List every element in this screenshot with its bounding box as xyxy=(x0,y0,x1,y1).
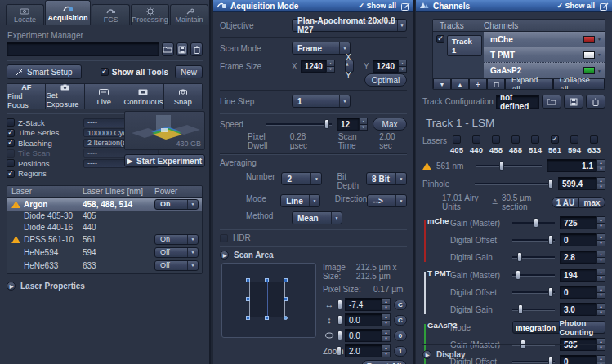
hdr-checkbox[interactable] xyxy=(220,234,228,242)
speed-max-button[interactable]: Max xyxy=(373,118,407,131)
spinner-arrows[interactable] xyxy=(382,344,391,357)
bleaching-checkbox[interactable] xyxy=(7,139,15,147)
frame-x-spinner[interactable]: 1240 xyxy=(301,60,335,73)
snap-button[interactable]: Snap xyxy=(164,84,202,109)
mche-offset-slider[interactable] xyxy=(512,234,555,246)
find-focus-button[interactable]: AF Find Focus xyxy=(7,84,46,109)
add-track-button[interactable]: + xyxy=(469,79,487,89)
tab-processing[interactable]: Processing xyxy=(131,4,169,25)
mche-offset-spinner[interactable]: 0 xyxy=(560,233,605,246)
tab-maintain[interactable]: Maintain xyxy=(170,4,208,25)
speed-spinner[interactable]: 12 xyxy=(337,118,368,131)
v-center-button[interactable]: C xyxy=(394,315,407,326)
resize-handle[interactable] xyxy=(246,297,250,301)
scan-mode-dropdown[interactable]: Frame xyxy=(292,42,351,55)
resize-handle[interactable] xyxy=(246,278,250,282)
mche-gain-slider[interactable] xyxy=(512,217,555,229)
hene633-power-dropdown[interactable]: Off xyxy=(154,260,199,271)
pinhole-spinner[interactable]: 599.4 xyxy=(558,177,605,190)
laser-488-checkbox[interactable] xyxy=(511,135,520,144)
laser-row-diode405[interactable]: Diode 405-30 405 xyxy=(7,211,202,222)
display-expander[interactable]: Display xyxy=(422,344,605,359)
laser-594-checkbox[interactable] xyxy=(570,135,578,144)
tpmt-offset-slider[interactable] xyxy=(512,286,555,298)
zoom-spinner[interactable]: 2.0 xyxy=(345,344,391,357)
laser-power-spinner[interactable]: 1.1 xyxy=(547,159,605,172)
rotation-zero-button[interactable]: 0 xyxy=(394,331,407,341)
laser-row-hene594[interactable]: HeNe594 594 Off xyxy=(7,246,202,259)
integration-mode-button[interactable]: Integration xyxy=(512,321,560,334)
spinner-arrows[interactable] xyxy=(596,269,605,282)
rotate-handle[interactable] xyxy=(284,316,288,320)
rotation-spinner[interactable]: 0.0 xyxy=(345,329,391,342)
frame-y-spinner[interactable]: 1240 xyxy=(373,60,407,73)
scan-area-expander-icon[interactable] xyxy=(220,251,229,260)
laser-row-argon[interactable]: Argon 458, 488, 514 On xyxy=(7,198,202,211)
collapse-all-button[interactable]: Collapse All xyxy=(553,79,605,89)
gaasp2-color-chip[interactable] xyxy=(583,67,595,74)
number-dropdown[interactable]: 2 xyxy=(281,172,322,185)
live-button[interactable]: Live xyxy=(85,84,123,109)
positions-checkbox[interactable] xyxy=(7,159,15,167)
horizontal-offset-spinner[interactable]: -7.4 xyxy=(345,298,391,311)
spinner-arrows[interactable] xyxy=(398,60,407,73)
mche-dgain-slider[interactable] xyxy=(512,251,555,263)
optimal-button[interactable]: Optimal xyxy=(364,73,407,87)
spinner-arrows[interactable] xyxy=(359,118,368,131)
tpmt-color-chip[interactable] xyxy=(583,51,595,59)
spinner-arrows[interactable] xyxy=(382,329,391,342)
resize-handle[interactable] xyxy=(284,297,288,301)
line-step-dropdown[interactable]: 1 xyxy=(292,95,351,108)
hene594-power-dropdown[interactable]: Off xyxy=(154,247,199,258)
laser-561-checkbox[interactable] xyxy=(551,135,559,144)
tpmt-gain-slider[interactable] xyxy=(512,269,555,281)
open-track-config-button[interactable] xyxy=(542,95,561,109)
mche-gain-spinner[interactable]: 725 xyxy=(560,216,605,229)
vertical-offset-spinner[interactable]: 0.0 xyxy=(345,313,391,326)
show-all-tools-checkbox[interactable] xyxy=(101,68,109,76)
tpmt-dgain-slider[interactable] xyxy=(512,304,555,315)
tab-locate[interactable]: Locate xyxy=(6,4,44,25)
experiment-name-input[interactable] xyxy=(7,42,159,56)
channels-header[interactable]: Channels Show all xyxy=(416,0,612,12)
resize-handle[interactable] xyxy=(246,316,250,320)
spinner-arrows[interactable] xyxy=(596,159,605,172)
spinner-arrows[interactable] xyxy=(382,298,391,311)
spinner-arrows[interactable] xyxy=(326,60,335,73)
laser-row-dpss561[interactable]: DPSS 561-10 561 On xyxy=(7,233,202,246)
pinhole-slider[interactable] xyxy=(475,178,553,189)
objective-dropdown[interactable]: Plan-Apochromat 20x/0.8 M27 xyxy=(292,19,407,32)
channel-row-mche[interactable]: mChe ▼ xyxy=(484,32,605,47)
save-experiment-button[interactable] xyxy=(176,42,189,56)
channel-row-tpmt[interactable]: T PMT ▼ xyxy=(484,47,605,63)
one-au-button[interactable]: 1 AU xyxy=(552,197,579,208)
zoom-slider[interactable] xyxy=(339,345,342,357)
smart-setup-button[interactable]: Smart Setup xyxy=(7,64,82,79)
edit-panel-icon[interactable] xyxy=(600,2,609,11)
h-center-button[interactable]: C xyxy=(394,300,407,310)
laser-633-checkbox[interactable] xyxy=(590,135,598,144)
delete-experiment-button[interactable] xyxy=(190,42,203,56)
pinhole-max-button[interactable]: max xyxy=(579,197,605,208)
spinner-arrows[interactable] xyxy=(596,233,605,246)
mche-dgain-spinner[interactable]: 2.8 xyxy=(560,251,605,264)
argon-power-dropdown[interactable]: On xyxy=(154,199,199,210)
resize-handle[interactable] xyxy=(284,278,288,282)
dpss561-power-dropdown[interactable]: On xyxy=(154,234,199,245)
regions-checkbox[interactable] xyxy=(7,170,15,178)
reset-all-button[interactable]: Reset All xyxy=(361,360,407,364)
spinner-arrows[interactable] xyxy=(596,303,605,316)
delete-track-config-button[interactable] xyxy=(586,95,605,109)
laser-458-checkbox[interactable] xyxy=(492,135,500,144)
direction-dropdown[interactable]: --> xyxy=(367,194,407,207)
xy-link-button[interactable]: X * Y xyxy=(345,60,354,73)
spinner-arrows[interactable] xyxy=(596,177,605,190)
vertical-offset-slider[interactable] xyxy=(339,314,342,326)
resize-handle[interactable] xyxy=(265,278,269,282)
set-exposure-button[interactable]: Set Exposure xyxy=(46,84,84,109)
zoom-one-button[interactable]: 1 xyxy=(394,346,407,357)
resize-handle[interactable] xyxy=(265,316,269,320)
laser-514-checkbox[interactable] xyxy=(531,135,539,144)
spinner-arrows[interactable] xyxy=(596,216,605,229)
tpmt-gain-spinner[interactable]: 194 xyxy=(560,269,605,282)
